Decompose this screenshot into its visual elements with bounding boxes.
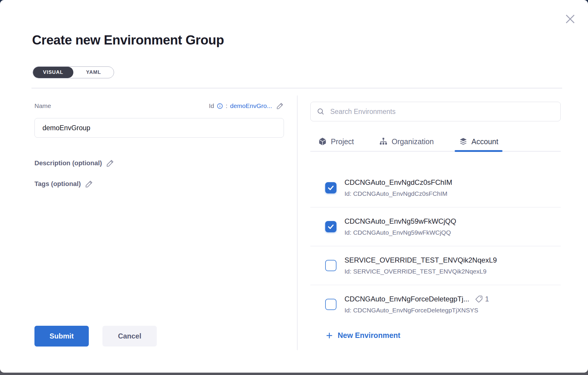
environment-picker-panel: Project Organization [310,102,561,341]
tab-organization-label: Organization [392,137,434,146]
new-environment-label: New Environment [338,331,400,340]
environment-name: CDCNGAuto_EnvNgdCz0sFChIM [344,178,452,187]
tab-organization[interactable]: Organization [375,132,438,151]
environment-list-item[interactable]: CDCNGAuto_EnvNg59wFkWCjQQ Id: CDCNGAuto_… [310,207,561,246]
description-label: Description (optional) [34,159,102,167]
environment-id: Id: CDCNGAuto_EnvNg59wFkWCjQQ [344,229,456,236]
edit-description-icon[interactable] [106,159,114,167]
environment-tags-badge: 1 [475,295,489,303]
modal-footer: Submit Cancel [34,326,157,347]
org-chart-icon [379,137,388,146]
name-label: Name [34,102,51,109]
environment-id: Id: SERVICE_OVERRIDE_TEST_ENVQik2NqexL9 [344,268,497,275]
tag-count: 1 [485,295,489,303]
environment-name: SERVICE_OVERRIDE_TEST_ENVQik2NqexL9 [344,256,497,264]
entity-id-row: Id : demoEnvGro... [209,102,284,110]
environment-id: Id: CDCNGAuto_EnvNgdCz0sFChIM [344,190,452,197]
panel-divider [297,96,298,350]
scope-tabs: Project Organization [310,132,561,152]
toggle-visual[interactable]: VISUAL [33,67,73,78]
environment-checkbox[interactable] [325,182,336,193]
cancel-button[interactable]: Cancel [102,326,157,347]
submit-button[interactable]: Submit [34,326,89,347]
name-input[interactable] [34,118,284,138]
layers-icon [459,137,468,146]
tab-account-label: Account [472,137,498,146]
header-divider [31,88,562,88]
tab-account[interactable]: Account [455,132,502,151]
create-environment-group-modal: Create new Environment Group VISUAL YAML… [0,0,588,373]
environment-list-item[interactable]: CDCNGAuto_EnvNgdCz0sFChIM Id: CDCNGAuto_… [310,169,561,207]
tab-project-label: Project [331,137,354,146]
environment-checkbox[interactable] [325,299,336,310]
environment-id: Id: CDCNGAuto_EnvNgForceDeletegpTjXNSYS [344,307,489,314]
id-label: Id [209,102,214,109]
environment-name: CDCNGAuto_EnvNg59wFkWCjQQ [344,217,456,225]
search-environments-box [310,102,561,121]
entity-id-value[interactable]: demoEnvGro... [230,102,272,109]
tag-icon [475,295,483,303]
edit-tags-icon[interactable] [85,180,93,188]
id-colon: : [226,102,227,109]
cube-icon [318,137,327,146]
info-icon[interactable] [217,103,223,109]
toggle-yaml[interactable]: YAML [73,67,114,78]
search-icon [317,107,325,116]
new-environment-button[interactable]: New Environment [325,331,400,340]
environment-list-item[interactable]: SERVICE_OVERRIDE_TEST_ENVQik2NqexL9 Id: … [310,246,561,285]
tags-label: Tags (optional) [34,180,81,188]
visual-yaml-toggle: VISUAL YAML [33,66,114,78]
edit-id-icon[interactable] [276,102,284,110]
page-title: Create new Environment Group [32,33,224,47]
search-environments-input[interactable] [330,108,554,116]
env-group-form: Name Id : demoEnvGro... Descriptio [34,101,284,188]
close-icon[interactable] [563,12,577,26]
tab-project[interactable]: Project [314,132,358,151]
environment-list-item[interactable]: CDCNGAuto_EnvNgForceDeletegpTj... 1 Id: … [310,285,561,315]
plus-icon [325,331,333,340]
environment-checkbox[interactable] [325,221,336,232]
environment-name: CDCNGAuto_EnvNgForceDeletegpTj... [344,295,469,303]
environment-list: CDCNGAuto_EnvNgdCz0sFChIM Id: CDCNGAuto_… [310,152,561,315]
environment-checkbox[interactable] [325,260,336,271]
